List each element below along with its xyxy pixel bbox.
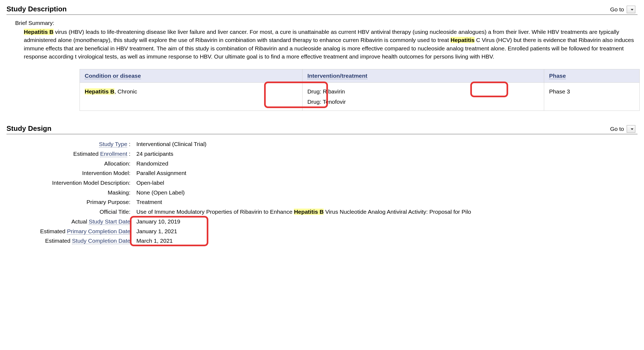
design-value: Randomized xyxy=(136,159,168,168)
design-value: Treatment xyxy=(136,197,162,207)
design-row: Actual Study Start DateJanuary 10, 2019 xyxy=(23,217,638,226)
design-value: Use of Immune Modulatory Properties of R… xyxy=(136,207,471,217)
glossary-term[interactable]: Study Completion Date xyxy=(72,238,130,244)
design-label: Actual Study Start Date xyxy=(23,217,136,226)
design-row: Intervention Model:Parallel Assignment xyxy=(23,168,638,178)
section-title: Study Design xyxy=(6,124,51,133)
cell-phase: Phase 3 xyxy=(544,82,640,111)
design-row: Estimated Primary Completion DateJanuary… xyxy=(23,226,638,236)
goto-label: Go to xyxy=(610,126,624,132)
glossary-term[interactable]: Study Start Date xyxy=(89,218,130,225)
goto-dropdown[interactable]: Go to xyxy=(610,6,638,13)
design-label: Intervention Model Description: xyxy=(23,178,136,188)
chevron-down-icon[interactable] xyxy=(627,125,635,133)
study-design-list: Study Type :Interventional (Clinical Tri… xyxy=(23,139,638,246)
highlight-term: Hepatitis B xyxy=(85,88,114,95)
design-value: March 1, 2021 xyxy=(136,236,173,246)
design-label: Estimated Enrollment : xyxy=(23,149,136,159)
design-row: Primary Purpose:Treatment xyxy=(23,197,638,207)
design-value: 24 participants xyxy=(136,149,173,159)
design-value: Open-label xyxy=(136,178,164,188)
section-header-design: Study Design Go to xyxy=(6,124,638,134)
design-label: Estimated Primary Completion Date xyxy=(23,226,136,236)
design-row: Allocation:Randomized xyxy=(23,159,638,168)
highlight-term: Hepatitis xyxy=(451,37,475,43)
chevron-down-icon[interactable] xyxy=(627,6,635,13)
design-label: Official Title: xyxy=(23,207,136,217)
design-value: January 1, 2021 xyxy=(136,226,177,236)
design-row: Official Title:Use of Immune Modulatory … xyxy=(23,207,638,217)
design-row: Intervention Model Description:Open-labe… xyxy=(23,178,638,188)
design-label: Allocation: xyxy=(23,159,136,168)
condition-intervention-table: Condition or disease Intervention/treatm… xyxy=(80,69,640,111)
design-value: Parallel Assignment xyxy=(136,168,186,178)
cell-condition: Hepatitis B, Chronic xyxy=(80,82,303,111)
table-header-row: Condition or disease Intervention/treatm… xyxy=(80,69,640,82)
design-value: Interventional (Clinical Trial) xyxy=(136,139,206,149)
brief-summary-text: Hepatitis B virus (HBV) leads to life-th… xyxy=(24,28,638,61)
design-label: Intervention Model: xyxy=(23,168,136,178)
design-row: Estimated Enrollment :24 participants xyxy=(23,149,638,159)
design-value: None (Open Label) xyxy=(136,188,185,197)
design-label: Primary Purpose: xyxy=(23,197,136,207)
column-header-intervention[interactable]: Intervention/treatment xyxy=(307,73,367,79)
design-label: Masking: xyxy=(23,188,136,197)
highlight-term: Hepatitis B xyxy=(294,209,324,215)
brief-summary-label: Brief Summary: xyxy=(15,20,638,26)
section-title: Study Description xyxy=(6,5,67,13)
table-row: Hepatitis B, Chronic Drug: Ribavirin Dru… xyxy=(80,82,640,111)
glossary-term[interactable]: Enrollment xyxy=(100,151,127,157)
section-header-description: Study Description Go to xyxy=(6,5,638,15)
design-value: January 10, 2019 xyxy=(136,217,180,226)
glossary-term[interactable]: Study Type xyxy=(99,141,127,147)
highlight-term: Hepatitis B xyxy=(24,29,54,35)
glossary-term[interactable]: Primary Completion Date xyxy=(67,228,130,235)
design-label: Estimated Study Completion Date xyxy=(23,236,136,246)
column-header-condition[interactable]: Condition or disease xyxy=(85,73,141,79)
design-label: Study Type : xyxy=(23,139,136,149)
design-row: Estimated Study Completion DateMarch 1, … xyxy=(23,236,638,246)
design-row: Study Type :Interventional (Clinical Tri… xyxy=(23,139,638,149)
goto-dropdown[interactable]: Go to xyxy=(610,125,638,133)
column-header-phase[interactable]: Phase xyxy=(549,73,566,79)
goto-label: Go to xyxy=(610,6,624,13)
design-row: Masking:None (Open Label) xyxy=(23,188,638,197)
cell-intervention: Drug: Ribavirin Drug: Tenofovir xyxy=(302,82,544,111)
